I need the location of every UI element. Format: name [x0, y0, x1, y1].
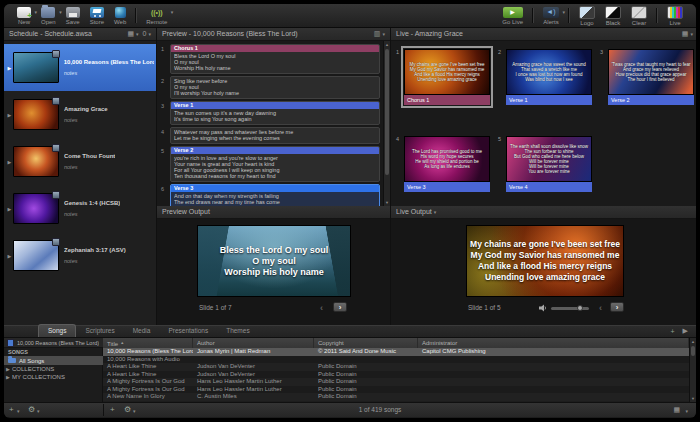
expand-arrow-icon[interactable]: ▶ — [4, 374, 12, 380]
view-mode-grid-icon[interactable]: ▦ — [673, 403, 680, 417]
slide-cell[interactable]: 5 Verse 2 you're rich in love and you're… — [170, 146, 380, 182]
slide-section-label: Verse 2 — [171, 147, 379, 154]
tab-presentations[interactable]: Presentations — [159, 325, 217, 337]
next-slide-button[interactable]: › — [610, 302, 624, 312]
cell-administrator — [418, 378, 689, 386]
tree-item-all-songs[interactable]: All Songs — [4, 356, 103, 365]
schedule-loop-count[interactable]: 0 — [143, 28, 147, 40]
thumb-section-label: Verse 3 — [404, 182, 490, 192]
present-song-icon[interactable]: ▶ — [683, 327, 688, 335]
slide-cell[interactable]: 2 Sing like never before O my soul I'll … — [170, 76, 380, 99]
black-button[interactable]: Black — [600, 5, 626, 27]
open-folder-icon — [41, 7, 55, 18]
tab-themes[interactable]: Themes — [217, 325, 258, 337]
slide-line: It's time to sing Your song again — [174, 116, 376, 122]
live-output-screen[interactable]: My chains are gone I've been set free My… — [466, 225, 624, 297]
live-thumb-image: My chains are gone I've been set free My… — [404, 49, 490, 95]
tree-item-label: COLLECTIONS — [12, 366, 54, 372]
item-arrow-icon: ▶ — [6, 112, 13, 118]
column-header-administrator[interactable]: Administrator — [418, 338, 689, 348]
tab-scriptures[interactable]: Scriptures — [76, 325, 123, 337]
slide-cell[interactable]: 1 Chorus 1 Bless the Lord O my soul O my… — [170, 44, 380, 74]
tree-item-collections[interactable]: ▶ COLLECTIONS — [4, 365, 103, 373]
preview-view-toggle-icon[interactable]: ▥ — [374, 28, 381, 40]
tree-item-my-collections[interactable]: ▶ MY COLLECTIONS — [4, 373, 103, 381]
schedule-item[interactable]: ▶ Zephaniah 3:17 (ASV)notes — [4, 232, 156, 279]
volume-speaker-icon[interactable] — [539, 304, 547, 312]
live-view-grid-icon[interactable]: ▦ — [682, 28, 689, 40]
alerts-megaphone-icon: ◄) — [543, 7, 559, 18]
slide-cell-selected[interactable]: 6 Verse 3 And on that day when my streng… — [170, 184, 380, 206]
live-thumb[interactable]: The earth shall soon dissolve like snow … — [506, 136, 592, 192]
thumb-section-label: Verse 2 — [608, 95, 694, 105]
schedule-item[interactable]: ▶ 10,000 Reasons (Bless The Lord)notes — [4, 44, 156, 91]
tab-songs[interactable]: Songs — [38, 324, 76, 337]
slide-cell[interactable]: 4 Whatever may pass and whatever lies be… — [170, 127, 380, 144]
slide-section-label: Chorus 1 — [171, 45, 379, 52]
scrollbar-thumb[interactable] — [385, 49, 389, 175]
previous-slide-button[interactable]: ‹ — [320, 303, 323, 313]
live-button[interactable]: Live — [662, 5, 688, 27]
cell-title: A Heart Like Thine — [103, 371, 193, 379]
live-thumb-selected[interactable]: My chains are gone I've been set free My… — [404, 49, 490, 105]
clear-button-label: Clear — [632, 20, 646, 26]
schedule-item-title: Amazing Grace — [64, 106, 108, 112]
live-thumb[interactable]: Amazing grace how sweet the sound That s… — [506, 49, 592, 105]
column-header-copyright[interactable]: Copyright — [314, 338, 418, 348]
volume-slider-knob[interactable] — [577, 305, 583, 311]
panel-splitter[interactable] — [156, 28, 157, 325]
scrollbar-thumb[interactable] — [691, 346, 695, 356]
next-slide-button[interactable]: › — [333, 302, 347, 312]
store-button[interactable]: Store — [85, 5, 109, 27]
schedule-item[interactable]: ▶ Come Thou Fountnotes — [4, 138, 156, 185]
new-button[interactable]: New ▾ — [12, 5, 36, 27]
preview-slide-list: 1 Chorus 1 Bless the Lord O my soul O my… — [156, 41, 390, 206]
cell-title: A Mighty Fortress Is Our God — [103, 386, 193, 394]
cell-administrator — [418, 393, 689, 401]
live-panel-header: Live - Amazing Grace ▦ ▾ — [390, 28, 697, 41]
add-to-schedule-icon[interactable]: + — [671, 328, 675, 335]
open-button[interactable]: Open ▾ — [36, 5, 61, 27]
cell-author: Judson Van DeVenter — [193, 371, 314, 379]
collection-settings-gear-icon[interactable]: ⚙ — [28, 403, 35, 417]
scroll-up-icon[interactable]: ▲ — [690, 339, 696, 344]
clear-button[interactable]: Clear — [626, 5, 652, 27]
table-row[interactable]: A New Name In Glory C. Austin Miles Publ… — [103, 393, 689, 401]
schedule-item[interactable]: ▶ Genesis 1:4 (HCSB)notes — [4, 185, 156, 232]
table-row[interactable]: A Heart Like Thine Judson Van DeVenter P… — [103, 363, 689, 371]
live-slide-grid: 1 My chains are gone I've been set free … — [390, 41, 697, 206]
chevron-down-icon: ▾ — [690, 28, 693, 40]
save-button[interactable]: Save — [61, 5, 85, 27]
remote-button[interactable]: ((•)) Remote ▾ — [141, 5, 172, 27]
schedule-item[interactable]: ▶ Amazing Gracenotes — [4, 91, 156, 138]
table-row[interactable]: A Heart Like Thine Judson Van DeVenter P… — [103, 371, 689, 379]
table-row[interactable]: A Mighty Fortress Is Our God Hans Leo Ha… — [103, 386, 689, 394]
tab-media[interactable]: Media — [124, 325, 160, 337]
volume-slider[interactable] — [551, 307, 589, 310]
go-live-button[interactable]: ▶ Go Live — [497, 5, 528, 27]
table-scrollbar[interactable]: ▲ ▼ — [689, 338, 696, 402]
alerts-button[interactable]: ◄) Alerts ▾ — [538, 5, 564, 27]
slide-cell[interactable]: 3 Verse 1 The sun comes up it's a new da… — [170, 101, 380, 125]
column-header-author[interactable]: Author — [193, 338, 314, 348]
live-thumb[interactable]: The Lord has promised good to me His wor… — [404, 136, 490, 192]
table-row[interactable]: 10,000 Reasons with Audio — [103, 356, 689, 364]
cell-author: Hans Leo Hassler Martin Luther — [193, 386, 314, 394]
preview-output-screen[interactable]: Bless the Lord O my soul O my soul Worsh… — [197, 225, 351, 297]
cell-author: Hans Leo Hassler Martin Luther — [193, 378, 314, 386]
panel-splitter[interactable] — [390, 28, 391, 325]
slide-number: 1 — [161, 46, 164, 52]
schedule-view-grid-icon[interactable]: ▦ — [127, 28, 134, 40]
expand-arrow-icon[interactable]: ▶ — [4, 366, 12, 372]
add-collection-icon[interactable]: + — [9, 403, 14, 417]
logo-button[interactable]: Logo — [574, 5, 600, 27]
previous-slide-button[interactable]: ‹ — [599, 303, 602, 313]
cell-administrator — [418, 356, 689, 364]
table-row[interactable]: A Mighty Fortress Is Our God Hans Leo Ha… — [103, 378, 689, 386]
web-button[interactable]: Web — [109, 5, 131, 27]
preview-scrollbar[interactable]: ▲ ▼ — [383, 41, 390, 206]
live-thumb[interactable]: 'Twas grace that taught my heart to fear… — [608, 49, 694, 105]
column-header-title[interactable]: Title▲ — [103, 338, 193, 348]
table-row-selected[interactable]: 10,000 Reasons (Bless The Lord) Jonas My… — [103, 348, 689, 356]
scroll-down-icon[interactable]: ▼ — [690, 396, 696, 401]
